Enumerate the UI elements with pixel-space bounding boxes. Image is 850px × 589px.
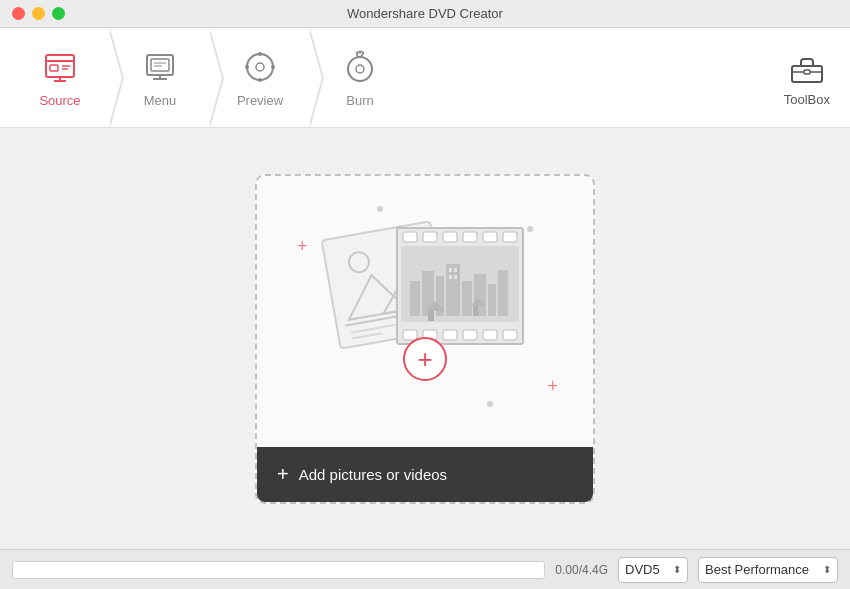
progress-text: 0.00/4.4G xyxy=(555,563,608,577)
title-bar: Wondershare DVD Creator xyxy=(0,0,850,28)
svg-rect-2 xyxy=(50,65,58,71)
quality-dropdown[interactable]: Best Performance ⬍ xyxy=(698,557,838,583)
svg-rect-37 xyxy=(443,232,457,242)
drop-zone[interactable]: + + xyxy=(255,174,595,504)
svg-rect-60 xyxy=(443,330,457,340)
decoration-dot-3 xyxy=(527,226,533,232)
svg-rect-49 xyxy=(498,270,508,316)
tab-burn[interactable]: Burn xyxy=(310,28,410,127)
svg-point-15 xyxy=(258,52,262,56)
toolbox-icon xyxy=(787,48,827,88)
tab-preview[interactable]: Preview xyxy=(210,28,310,127)
svg-rect-51 xyxy=(454,268,457,272)
add-media-label: Add pictures or videos xyxy=(299,466,447,483)
svg-point-19 xyxy=(348,57,372,81)
svg-rect-45 xyxy=(446,264,460,316)
window-controls xyxy=(12,7,65,20)
nav-tabs: Source Menu xyxy=(10,28,410,127)
status-bar: 0.00/4.4G DVD5 ⬍ Best Performance ⬍ xyxy=(0,549,850,589)
menu-label: Menu xyxy=(144,93,177,108)
quality-value: Best Performance xyxy=(705,562,809,577)
dvd-type-value: DVD5 xyxy=(625,562,660,577)
app-title: Wondershare DVD Creator xyxy=(347,6,503,21)
menu-icon xyxy=(140,47,180,87)
svg-point-18 xyxy=(271,65,275,69)
toolbox-label: ToolBox xyxy=(784,92,830,107)
svg-rect-8 xyxy=(151,59,169,71)
svg-point-17 xyxy=(245,65,249,69)
maximize-button[interactable] xyxy=(52,7,65,20)
decoration-dot-1 xyxy=(377,206,383,212)
drop-zone-graphic: + + xyxy=(257,176,593,447)
decoration-plus-2: + xyxy=(547,376,558,397)
preview-icon xyxy=(240,47,280,87)
main-content: + + xyxy=(0,128,850,549)
quality-dropdown-arrow: ⬍ xyxy=(823,564,831,575)
svg-rect-50 xyxy=(449,268,452,272)
media-illustration: + xyxy=(325,221,525,401)
nav-bar: Source Menu xyxy=(0,28,850,128)
source-icon xyxy=(40,47,80,87)
add-media-footer[interactable]: + Add pictures or videos xyxy=(257,447,593,502)
svg-rect-40 xyxy=(503,232,517,242)
footer-plus-icon: + xyxy=(277,463,289,486)
svg-point-20 xyxy=(356,65,364,73)
svg-rect-26 xyxy=(804,70,810,74)
decoration-plus-1: + xyxy=(297,236,308,257)
dvd-type-dropdown[interactable]: DVD5 ⬍ xyxy=(618,557,688,583)
add-media-circle[interactable]: + xyxy=(403,337,447,381)
close-button[interactable] xyxy=(12,7,25,20)
svg-rect-52 xyxy=(449,275,452,279)
burn-icon xyxy=(340,47,380,87)
preview-label: Preview xyxy=(237,93,283,108)
tab-source[interactable]: Source xyxy=(10,28,110,127)
toolbox-button[interactable]: ToolBox xyxy=(784,48,830,107)
svg-rect-36 xyxy=(423,232,437,242)
progress-bar-container xyxy=(12,561,545,579)
svg-rect-55 xyxy=(428,311,434,321)
svg-rect-57 xyxy=(473,306,478,316)
tab-menu[interactable]: Menu xyxy=(110,28,210,127)
svg-point-14 xyxy=(256,63,264,71)
svg-rect-53 xyxy=(454,275,457,279)
svg-rect-42 xyxy=(410,281,420,316)
svg-rect-39 xyxy=(483,232,497,242)
filmstrip-illustration xyxy=(395,226,525,346)
svg-rect-63 xyxy=(503,330,517,340)
svg-rect-46 xyxy=(462,281,472,316)
svg-rect-48 xyxy=(488,284,496,316)
decoration-dot-2 xyxy=(487,401,493,407)
svg-rect-62 xyxy=(483,330,497,340)
svg-rect-35 xyxy=(403,232,417,242)
source-label: Source xyxy=(39,93,80,108)
dvd-dropdown-arrow: ⬍ xyxy=(673,564,681,575)
svg-rect-38 xyxy=(463,232,477,242)
minimize-button[interactable] xyxy=(32,7,45,20)
svg-point-16 xyxy=(258,78,262,82)
svg-point-13 xyxy=(247,54,273,80)
burn-label: Burn xyxy=(346,93,373,108)
svg-rect-61 xyxy=(463,330,477,340)
